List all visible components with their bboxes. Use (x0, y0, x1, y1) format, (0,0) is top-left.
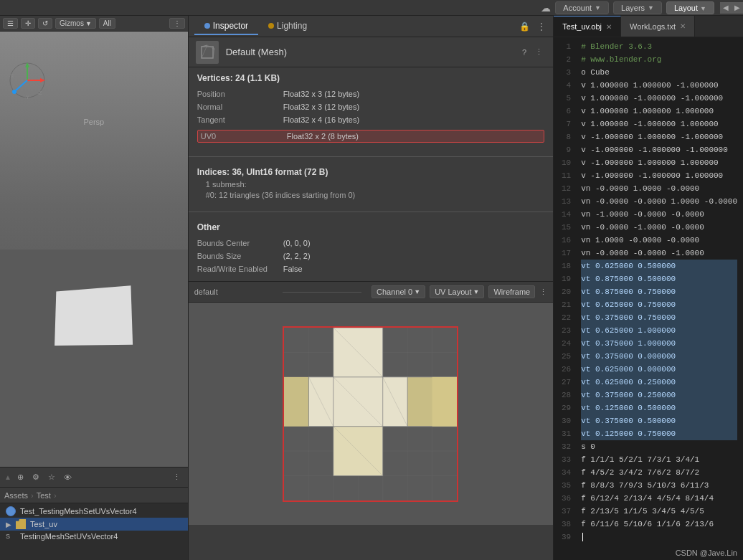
layers-tab[interactable]: Layers ▼ (613, 1, 662, 14)
viewport-area: -Y -X -Z Persp (0, 32, 188, 467)
channel-label: Channel 0 (377, 288, 412, 296)
tab-lighting[interactable]: Lighting (258, 18, 317, 35)
section-divider-1 (189, 156, 553, 157)
uv-layout-dropdown[interactable]: UV Layout ▼ (430, 285, 484, 298)
collab-btn[interactable]: 👁 (61, 472, 75, 483)
bounds-center-value: (0, 0, 0) (283, 239, 544, 247)
code-area[interactable]: 1234567891011121314151617181920212223242… (554, 37, 743, 560)
submesh-detail: #0: 12 triangles (36 indices starting fr… (197, 191, 544, 199)
layout-label: Layout (674, 4, 698, 12)
assets-list: Test_TestingMeshSetUVsVector4 ▶ Test_uv … (0, 503, 188, 544)
code-line: v 1.000000 -1.000000 1.000000 (581, 118, 737, 130)
asset-item-script[interactable]: S TestingMeshSetUVsVector4 (0, 531, 188, 542)
code-line (581, 531, 737, 544)
line-number: 34 (554, 466, 571, 479)
left-panel: ☰ ✛ ↺ Gizmos ▼ All ⋮ (0, 16, 189, 560)
line-number: 16 (554, 234, 571, 247)
uv-default-label: default (194, 288, 273, 296)
create-btn[interactable]: ⊕ (14, 471, 27, 483)
svg-point-6 (12, 90, 16, 94)
asset-item-sphere[interactable]: Test_TestingMeshSetUVsVector4 (0, 505, 188, 518)
vertices-title: Vertices: 24 (1.1 KB) (197, 73, 544, 83)
code-line: o Cube (581, 66, 737, 79)
line-number: 4 (554, 79, 571, 92)
asset-name-sphere: Test_TestingMeshSetUVsVector4 (20, 507, 137, 516)
layers-label: Layers (621, 4, 645, 12)
uv-separator (283, 292, 361, 293)
tab-close-worklogs[interactable]: ✕ (680, 22, 686, 30)
account-tab[interactable]: Account ▼ (555, 1, 609, 14)
code-line: f 6/11/6 5/10/6 1/1/6 2/13/6 (581, 518, 737, 531)
code-line: vt 0.125000 0.750000 (581, 427, 737, 440)
code-line: f 6/12/4 2/13/4 4/5/4 8/14/4 (581, 492, 737, 505)
gizmos-btn[interactable]: Gizmos ▼ (55, 18, 96, 29)
mesh-header: Default (Mesh) ? ⋮ (189, 37, 553, 67)
svg-rect-10 (202, 47, 213, 58)
nav-left-arrow[interactable]: ◀ (720, 2, 732, 14)
tab-worklogs[interactable]: WorkLogs.txt ✕ (621, 16, 695, 37)
viewport-toolbar: ☰ ✛ ↺ Gizmos ▼ All ⋮ (0, 16, 188, 32)
hamburger-btn[interactable]: ☰ (3, 18, 18, 29)
normal-label: Normal (197, 103, 283, 111)
prop-row-readwrite: Read/Write Enabled False (197, 262, 544, 275)
breadcrumb-test[interactable]: Test (37, 491, 51, 500)
mesh-title: Default (Mesh) (226, 47, 512, 57)
tangent-label: Tangent (197, 115, 283, 124)
script-icon: S (6, 533, 16, 540)
tab-inspector[interactable]: Inspector (194, 18, 258, 35)
assets-options-btn[interactable]: ⋮ (170, 471, 184, 483)
help-btn[interactable]: ? (519, 46, 529, 58)
transform-tool[interactable]: ✛ (21, 18, 35, 29)
line-number: 25 (554, 350, 571, 363)
persp-label: Persp (83, 118, 104, 126)
other-title: Other (197, 222, 544, 232)
line-number: 11 (554, 169, 571, 182)
code-line: vn -0.0000 -0.0000 1.0000 -0.0000 (581, 195, 737, 208)
line-number: 12 (554, 182, 571, 195)
layout-tab[interactable]: Layout ▼ (666, 1, 714, 14)
wireframe-btn[interactable]: Wireframe (488, 285, 535, 298)
expand-arrow: ▶ (6, 521, 11, 528)
folder-icon (16, 519, 26, 529)
prop-row-uv0: UV0 Float32 x 2 (8 bytes) (197, 128, 544, 145)
viewport-ground (0, 250, 188, 468)
indices-title: Indices: 36, UInt16 format (72 B) (197, 167, 544, 177)
right-panel: Test_uv.obj ✕ WorkLogs.txt ✕ 12345678910… (554, 16, 743, 560)
svg-text:-Y: -Y (24, 95, 29, 100)
line-number: 38 (554, 518, 571, 531)
all-btn[interactable]: All (99, 18, 115, 29)
code-line: vt 0.875000 0.500000 (581, 272, 737, 285)
code-line: v 1.000000 -1.000000 -1.000000 (581, 92, 737, 105)
tab-testuv-obj[interactable]: Test_uv.obj ✕ (554, 16, 621, 37)
uv-dots-btn[interactable]: ⋮ (539, 288, 547, 297)
line-number: 17 (554, 247, 571, 260)
asset-item-testuv[interactable]: ▶ Test_uv (0, 518, 188, 531)
submesh-count: 1 submesh: (197, 180, 544, 189)
code-line: vt 0.375000 1.000000 (581, 337, 737, 350)
code-line: v -1.000000 -1.000000 1.000000 (581, 169, 737, 182)
vertices-section: Vertices: 24 (1.1 KB) Position Float32 x… (189, 67, 553, 152)
dots-menu[interactable]: ⋮ (169, 18, 185, 29)
lighting-tab-label: Lighting (277, 21, 307, 31)
wireframe-label: Wireframe (493, 288, 530, 296)
nav-right-arrow[interactable]: ▶ (732, 2, 743, 14)
breadcrumb-assets[interactable]: Assets (4, 491, 28, 500)
code-line: vt 0.125000 0.500000 (581, 402, 737, 414)
svg-text:-X: -X (9, 73, 14, 78)
inspector-dot-icon (204, 23, 210, 29)
code-line: v -1.000000 1.000000 -1.000000 (581, 130, 737, 143)
rotate-tool[interactable]: ↺ (38, 18, 52, 29)
channel-dropdown[interactable]: Channel 0 ▼ (372, 285, 425, 298)
tab-close-obj[interactable]: ✕ (606, 23, 612, 31)
middle-panel: Inspector Lighting 🔒 ⋮ Default (Mesh) (189, 16, 554, 560)
star-btn[interactable]: ☆ (45, 471, 58, 483)
lock-btn[interactable]: 🔒 (518, 20, 531, 33)
bounds-size-label: Bounds Size (197, 252, 283, 260)
search-filter-btn[interactable]: ⚙ (29, 471, 42, 483)
mesh-more-btn[interactable]: ⋮ (532, 46, 546, 58)
inspector-tab-label: Inspector (213, 21, 248, 31)
section-divider-2 (189, 212, 553, 212)
line-number: 26 (554, 363, 571, 376)
uv0-highlighted: UV0 Float32 x 2 (8 bytes) (197, 130, 544, 143)
more-options-btn[interactable]: ⋮ (536, 20, 547, 33)
